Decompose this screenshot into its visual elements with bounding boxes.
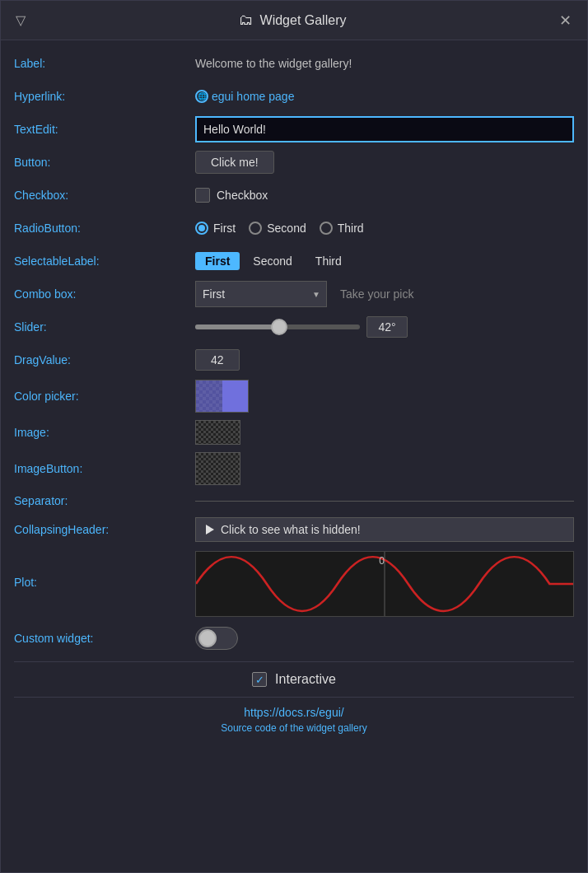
plot-area[interactable]: 0 [195,551,574,617]
selectable-label-row-content: First Second Third [195,252,574,270]
dragvalue-row: DragValue: 42 [14,343,574,376]
image-button-row: ImageButton: [14,449,574,488]
slider-row-key: Slider: [14,320,195,334]
radio-first-inner [198,225,205,231]
label-row-key: Label: [14,57,195,70]
radio-third-label: Third [338,222,364,235]
title-icon: 🗂 [239,12,254,29]
window-title: Widget Gallery [260,13,347,28]
hyperlink-text: egui home page [212,90,294,103]
textedit-input[interactable] [195,116,574,142]
image-button-row-content [195,452,574,485]
collapsing-header-label: Click to see what is hidden! [221,523,361,536]
slider-row: Slider: 42° [14,310,574,343]
color-picker-solid-half [222,380,249,412]
collapsing-header-row-content: Click to see what is hidden! [195,517,574,542]
radio-second[interactable]: Second [249,222,306,235]
combo-select[interactable]: First Second Third [195,281,327,307]
selectable-group: First Second Third [195,252,352,270]
checkbox-container[interactable]: Checkbox [195,188,268,203]
separator-row: Separator: [14,488,574,513]
combo-box-row: Combo box: First Second Third ▼ Take you… [14,278,574,310]
collapsing-header-row-key: CollapsingHeader: [14,523,195,536]
toggle-container [195,627,238,650]
interactive-checkbox[interactable]: ✓ [252,672,267,687]
checkbox-row: Checkbox: Checkbox [14,179,574,212]
radio-first-outer [195,222,208,235]
slider-track[interactable] [195,324,360,329]
hyperlink-row: Hyperlink: 🌐 egui home page [14,80,574,113]
radio-second-outer [249,222,262,235]
close-button[interactable]: ✕ [554,9,577,32]
image-row-key: Image: [14,426,195,439]
radio-third-outer [320,222,333,235]
color-picker-swatch[interactable] [195,380,249,413]
selectable-label-row-key: SelectableLabel: [14,254,195,268]
selectable-label-row: SelectableLabel: First Second Third [14,245,574,278]
combo-box-row-content: First Second Third ▼ Take your pick [195,281,574,307]
combo-hint: Take your pick [340,287,413,301]
hyperlink-link[interactable]: 🌐 egui home page [195,90,294,103]
toggle-switch[interactable] [195,627,238,650]
dragvalue-row-key: DragValue: [14,353,195,366]
button-row-key: Button: [14,156,195,169]
label-row: Label: Welcome to the widget gallery! [14,47,574,80]
plot-row-key: Plot: [14,551,195,589]
textedit-row-key: TextEdit: [14,123,195,136]
footer: https://docs.rs/egui/ Source code of the… [14,697,574,747]
hyperlink-row-content: 🌐 egui home page [195,90,574,103]
custom-widget-row-key: Custom widget: [14,632,195,645]
button-row: Button: Click me! [14,146,574,179]
image-row: Image: [14,416,574,449]
separator-line [195,501,574,502]
plot-row-content: 0 [195,551,574,617]
plot-axis-label: 0 [379,555,385,567]
plot-row: Plot: 0 [14,546,574,622]
textedit-row: TextEdit: [14,113,574,146]
radio-second-label: Second [267,222,306,235]
separator-row-key: Separator: [14,494,195,507]
selectable-third[interactable]: Third [306,252,352,270]
toggle-thumb [198,629,217,647]
content-area: Label: Welcome to the widget gallery! Hy… [1,40,587,872]
radio-third[interactable]: Third [320,222,364,235]
selectable-second[interactable]: Second [243,252,301,270]
radiobutton-row-key: RadioButton: [14,222,195,235]
combo-box-row-key: Combo box: [14,287,195,301]
click-me-button[interactable]: Click me! [195,151,274,174]
selectable-first[interactable]: First [195,252,240,270]
slider-thumb[interactable] [271,319,287,335]
triangle-right-icon [206,525,214,535]
radiobutton-row-content: First Second Third [195,222,574,235]
checkbox-row-content: Checkbox [195,188,574,203]
color-picker-transparent-half [196,380,222,412]
globe-icon: 🌐 [195,90,208,103]
image-row-content [195,420,574,445]
titlebar-left: ▽ [11,11,30,30]
checkbox-row-key: Checkbox: [14,189,195,202]
custom-widget-row-content [195,627,574,650]
slider-row-content: 42° [195,316,574,338]
interactive-label: Interactive [275,672,336,687]
dragvalue-field[interactable]: 42 [195,349,240,371]
image-button[interactable] [195,452,240,485]
radio-first[interactable]: First [195,222,236,235]
label-row-value: Welcome to the widget gallery! [195,57,352,70]
collapsing-header-row: CollapsingHeader: Click to see what is h… [14,513,574,546]
widget-gallery-window: ▽ 🗂 Widget Gallery ✕ Label: Welcome to t… [0,0,588,873]
textedit-row-content [195,116,574,142]
image-placeholder [195,420,240,445]
custom-widget-row: Custom widget: [14,622,574,655]
color-picker-row-content [195,380,574,413]
slider-value-display: 42° [366,316,408,338]
radio-group: First Second Third [195,222,364,235]
combo-wrapper: First Second Third ▼ [195,281,327,307]
collapsing-header-button[interactable]: Click to see what is hidden! [195,517,574,542]
checkbox-box[interactable] [195,188,210,203]
titlebar: ▽ 🗂 Widget Gallery ✕ [1,1,587,40]
checkbox-label: Checkbox [217,189,268,202]
color-picker-row-key: Color picker: [14,390,195,403]
footer-link[interactable]: https://docs.rs/egui/ [244,706,343,719]
collapse-button[interactable]: ▽ [11,11,30,30]
footer-sub: Source code of the widget gallery [221,722,366,734]
